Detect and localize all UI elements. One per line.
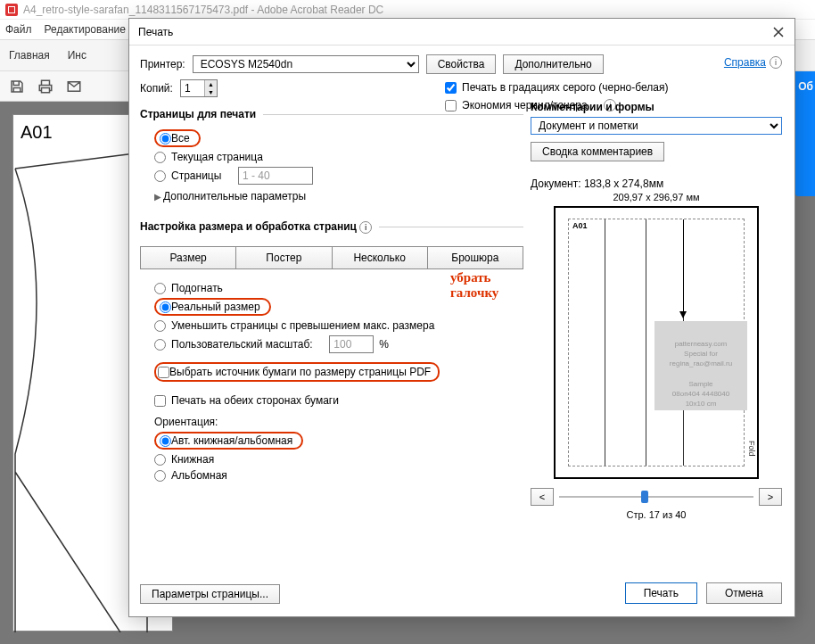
radio-shrink-label: Уменьшить страницы с превышением макс. р…: [171, 319, 434, 332]
copies-label: Копий:: [140, 82, 173, 95]
properties-button[interactable]: Свойства: [426, 54, 497, 74]
right-panel-label: Об: [798, 80, 813, 93]
pages-legend: Страницы для печати: [140, 108, 263, 120]
handwriting-annotation: убрать галочку: [450, 270, 523, 300]
copies-spinner[interactable]: ▲▼: [204, 80, 217, 96]
grayscale-label: Печать в градациях серого (черно-белая): [462, 81, 668, 94]
radio-current-label: Текущая страница: [171, 151, 263, 163]
close-icon[interactable]: [771, 25, 786, 39]
radio-custom-label: Пользовательский масштаб:: [171, 338, 313, 351]
pages-range-input[interactable]: [238, 167, 313, 185]
print-icon[interactable]: [37, 78, 54, 95]
tab-home[interactable]: Главная: [9, 49, 50, 62]
radio-actual[interactable]: [160, 301, 171, 313]
menu-edit[interactable]: Редактирование: [45, 23, 126, 36]
radio-all-label: Все: [171, 132, 190, 144]
radio-fit-label: Подогнать: [171, 282, 223, 294]
duplex-label: Печать на обеих сторонах бумаги: [171, 394, 339, 407]
printer-select[interactable]: ECOSYS M2540dn: [193, 55, 419, 73]
printer-label: Принтер:: [140, 58, 185, 70]
info-icon-sizing[interactable]: i: [359, 221, 372, 234]
seg-multiple[interactable]: Несколько: [333, 246, 428, 269]
radio-actual-label: Реальный размер: [171, 301, 260, 313]
comments-select[interactable]: Документ и пометки: [531, 117, 782, 135]
comments-legend: Комментарии и формы: [531, 101, 782, 113]
radio-orient-portrait[interactable]: [154, 454, 166, 466]
help-icon[interactable]: i: [770, 56, 782, 69]
dialog-title: Печать: [138, 26, 173, 38]
next-page-button[interactable]: >: [759, 488, 782, 506]
save-icon[interactable]: [9, 78, 25, 95]
page-slider[interactable]: [559, 488, 753, 506]
print-preview: A01 patterneasy.comSpecial forregina_rao…: [554, 206, 759, 479]
radio-all[interactable]: [160, 133, 171, 144]
cancel-button[interactable]: Отмена: [706, 582, 782, 604]
page-setup-button[interactable]: Параметры страницы...: [140, 584, 280, 604]
page-count: Стр. 17 из 40: [531, 509, 782, 520]
print-dialog: Печать Принтер: ECOSYS M2540dn Свойства …: [128, 18, 795, 617]
pdf-icon: [5, 4, 18, 16]
window-title: A4_retro-style-sarafan_1148311567175473.…: [23, 4, 383, 16]
annotation-ring-actual: Реальный размер: [154, 298, 271, 316]
sizing-fieldset: Настройка размера и обработка страниц i …: [140, 220, 523, 491]
radio-pages[interactable]: [154, 170, 166, 182]
radio-orient-portrait-label: Книжная: [171, 453, 214, 466]
mail-icon[interactable]: [66, 78, 82, 95]
seg-booklet[interactable]: Брошюра: [428, 246, 523, 269]
tab-tools[interactable]: Инс: [68, 49, 86, 62]
radio-custom[interactable]: [154, 339, 166, 351]
doc-size: Документ: 183,8 x 274,8мм: [531, 178, 782, 190]
annotation-ring-all: Все: [154, 129, 201, 147]
help-link[interactable]: Справка: [724, 56, 766, 69]
radio-orient-auto-label: Авт. книжная/альбомная: [171, 434, 292, 447]
menu-file[interactable]: Файл: [5, 23, 32, 36]
seg-size[interactable]: Размер: [140, 246, 236, 269]
dialog-titlebar: Печать: [129, 19, 794, 45]
prev-page-button[interactable]: <: [531, 488, 554, 506]
print-button[interactable]: Печать: [625, 582, 697, 604]
paper-size: 209,97 x 296,97 мм: [531, 192, 782, 202]
watermark: patterneasy.comSpecial forregina_rao@mai…: [654, 321, 747, 410]
radio-orient-landscape[interactable]: [154, 470, 166, 482]
custom-scale-input[interactable]: [329, 335, 374, 353]
radio-orient-auto[interactable]: [160, 435, 171, 447]
grayscale-checkbox[interactable]: [445, 82, 457, 94]
radio-current[interactable]: [154, 152, 166, 163]
annotation-ring-orient: Авт. книжная/альбомная: [154, 432, 303, 450]
sizing-legend: Настройка размера и обработка страниц i: [140, 220, 379, 234]
orientation-label: Ориентация:: [154, 416, 523, 428]
paper-source-checkbox[interactable]: [158, 367, 169, 378]
app-titlebar: A4_retro-style-sarafan_1148311567175473.…: [0, 0, 815, 20]
pages-fieldset: Страницы для печати Все Текущая страница…: [140, 108, 523, 213]
seg-poster[interactable]: Постер: [236, 246, 332, 269]
more-options-toggle[interactable]: ▶Дополнительные параметры: [154, 190, 523, 202]
duplex-checkbox[interactable]: [154, 395, 166, 407]
radio-fit[interactable]: [154, 283, 166, 294]
annotation-ring-papersrc: Выбрать источник бумаги по размеру стран…: [154, 362, 440, 382]
summarize-button[interactable]: Сводка комментариев: [531, 142, 664, 161]
preview-page-label: A01: [572, 221, 588, 230]
advanced-button[interactable]: Дополнительно: [503, 54, 603, 74]
radio-pages-label: Страницы: [171, 169, 221, 182]
fold-label: Fold: [747, 441, 756, 457]
paper-source-label: Выбрать источник бумаги по размеру стран…: [169, 366, 431, 378]
radio-orient-landscape-label: Альбомная: [171, 469, 227, 482]
radio-shrink[interactable]: [154, 320, 166, 332]
